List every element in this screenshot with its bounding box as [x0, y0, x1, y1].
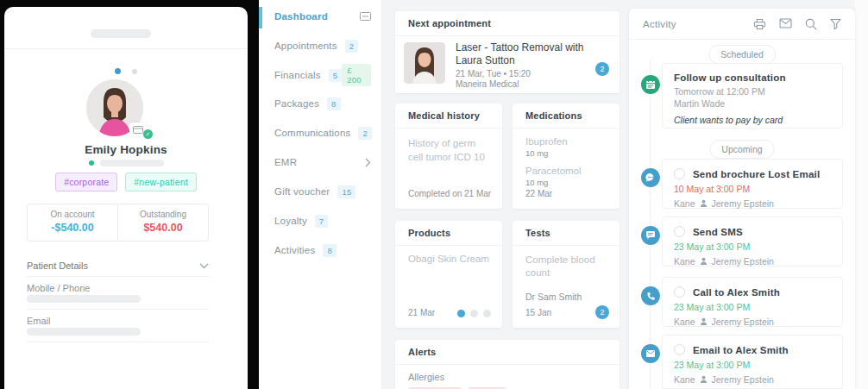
chevron-down-icon[interactable] [199, 263, 209, 269]
sms-icon [641, 226, 660, 245]
divider [27, 276, 209, 277]
page-edge [855, 0, 868, 389]
envelope-icon [641, 344, 660, 363]
count-badge: 15 [337, 185, 355, 198]
money-badge: £ 200 [342, 64, 371, 86]
patient-details-title: Patient Details [27, 260, 88, 271]
sidebar-item-appointments[interactable]: Appointments 2 [274, 38, 371, 53]
on-account-cell: On account -$540.00 [28, 204, 117, 241]
card-title: Next appointment [395, 11, 620, 36]
sidebar-item-label: Financials [274, 70, 321, 80]
activity-item-footer: Kane Jeremy Epstein [674, 317, 831, 327]
medications-card: Medications Ibuprofen 10 mg Paracetomol … [513, 104, 620, 209]
activity-item-time: 23 May at 3:00 PM [674, 360, 831, 370]
scheduled-activity-card[interactable]: Follow up consultation Tomorrow at 12:00… [662, 63, 843, 129]
next-appointment-card: Next appointment Laser - Tattoo Removal … [395, 11, 620, 93]
activity-item-time: 23 May at 3:00 PM [674, 242, 831, 252]
activity-item-time: 10 May at 3:00 PM [674, 184, 831, 194]
upcoming-activity-card[interactable]: Email to Alex Smith 23 May at 3:00 PM Ka… [662, 335, 843, 389]
printer-icon[interactable] [753, 18, 766, 30]
medication-dose: 10 mg [525, 178, 607, 187]
tests-count-badge: 2 [595, 305, 609, 319]
appointment-title: Laser - Tattoo Removal with Laura Sutton [456, 41, 602, 67]
sidebar-item-gift-voucher[interactable]: Gift voucher 15 [274, 184, 371, 199]
sidebar-item-packages[interactable]: Packages 8 [274, 96, 371, 111]
activity-item-footer: Kane Jeremy Epstein [674, 374, 831, 385]
calendar-icon [641, 75, 660, 94]
tag-corporate[interactable]: #corporate [55, 173, 117, 191]
appointment-location: Maneira Medical [456, 79, 519, 89]
assignee-name: Kane [674, 317, 695, 327]
mail-icon[interactable] [779, 18, 792, 30]
search-icon[interactable] [805, 18, 817, 30]
tests-footer: 15 Jan [525, 308, 551, 317]
person-icon [700, 198, 708, 209]
on-account-label: On account [28, 210, 117, 219]
sidebar-item-emr[interactable]: EMR [274, 154, 371, 170]
card-icon[interactable] [360, 12, 371, 21]
patient-details-toggle[interactable]: Patient Details [27, 260, 209, 271]
activity-timeline [650, 59, 651, 389]
carousel-dot-active[interactable] [115, 68, 121, 74]
card-title: Alerts [395, 340, 620, 365]
task-checkbox[interactable] [674, 344, 685, 355]
verified-check-icon: ✓ [143, 129, 153, 139]
task-checkbox[interactable] [674, 226, 685, 237]
tag-new-patient[interactable]: #new-patient [125, 173, 197, 191]
patient-avatar: ✓ [86, 79, 143, 136]
outstanding-label: Outstanding [118, 210, 208, 219]
mobile-phone-value-placeholder [27, 295, 141, 303]
task-checkbox[interactable] [674, 286, 685, 298]
person-icon [700, 256, 708, 267]
sidebar-item-dashboard[interactable]: Dashboard [274, 9, 371, 24]
upcoming-activity-card[interactable]: Send SMS 23 May at 3:00 PM Kane Jeremy E… [662, 216, 843, 267]
sidebar-item-financials[interactable]: Financials 5 £ 200 [274, 67, 371, 83]
pagination-dot[interactable] [470, 310, 478, 317]
sidebar-item-label: Communications [274, 128, 350, 138]
assignee-name: Kane [674, 374, 695, 385]
owner-name: Jeremy Epstein [712, 256, 774, 267]
sidebar-item-loyalty[interactable]: Loyalty 7 [274, 213, 371, 229]
placeholder-bar [91, 29, 151, 38]
chevron-right-icon[interactable] [365, 158, 371, 167]
chat-dots-icon [641, 168, 660, 187]
profile-carousel-dots[interactable] [4, 62, 248, 78]
medication-dose: 10 mg [525, 148, 607, 158]
owner-name: Jeremy Epstein [712, 317, 774, 327]
mobile-phone-label: Mobile / Phone [27, 283, 90, 293]
products-pagination-dots[interactable] [457, 310, 491, 317]
sidebar-item-label: Loyalty [274, 216, 307, 226]
sidebar-item-activities[interactable]: Activities 8 [274, 242, 371, 258]
person-icon [700, 374, 708, 385]
upcoming-section-label: Upcoming [709, 140, 774, 159]
upcoming-activity-card[interactable]: Send brochure Lost Email 10 May at 3:00 … [662, 159, 843, 209]
payment-card-badge-icon: ✓ [129, 122, 147, 136]
products-card: Products Obagi Skin Cream 21 Mar [395, 221, 502, 328]
pagination-dot-active[interactable] [457, 310, 465, 317]
carousel-dot[interactable] [132, 69, 137, 74]
appointment-row[interactable]: Laser - Tattoo Removal with Laura Sutton… [395, 36, 620, 92]
upcoming-activity-card[interactable]: Call to Alex Smith 23 May at 3:00 PM Kan… [662, 277, 843, 327]
filter-icon[interactable] [830, 18, 841, 30]
activity-item-title: Send brochure Lost Email [693, 169, 820, 179]
task-checkbox[interactable] [674, 168, 685, 179]
activity-item-footer: Kane Jeremy Epstein [674, 198, 831, 209]
patient-panel: ✓ Emily Hopkins #corporate #new-patient … [4, 7, 248, 389]
active-item-indicator [259, 7, 262, 28]
products-footer: 21 Mar [408, 308, 435, 317]
test-entry: Complete blood count [513, 246, 620, 287]
sidebar-item-label: Activities [274, 245, 315, 255]
medical-history-footer: Completed on 21 Mar [408, 189, 491, 198]
count-badge: 8 [323, 244, 336, 257]
appointment-datetime: 21 Mar, Tue • 15:20 [456, 69, 531, 78]
sidebar-item-label: Dashboard [274, 11, 328, 22]
count-badge: 2 [358, 127, 371, 140]
product-entry: Obagi Skin Cream [395, 246, 502, 272]
sidebar-nav: Dashboard Appointments 2 Financials 5 £ … [259, 0, 382, 389]
activity-panel: Activity Scheduled Follow up consultatio… [629, 9, 855, 389]
pagination-dot[interactable] [483, 310, 491, 317]
placeholder-bar [100, 160, 164, 166]
activity-item-title: Email to Alex Smith [693, 345, 789, 355]
activity-item-title: Call to Alex Smith [693, 287, 780, 298]
sidebar-item-communications[interactable]: Communications 2 [274, 125, 371, 141]
